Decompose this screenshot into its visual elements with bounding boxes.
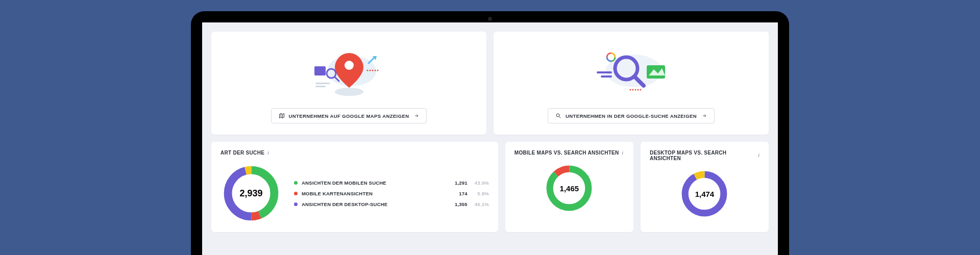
- svg-point-2: [335, 88, 363, 96]
- cta-label: UNTERNEHMEN IN DER GOOGLE-SUCHE ANZEIGEN: [566, 113, 697, 119]
- svg-point-10: [377, 70, 378, 71]
- info-icon[interactable]: i: [622, 150, 624, 156]
- svg-point-21: [632, 89, 633, 91]
- svg-rect-1: [314, 66, 326, 75]
- legend-label: ANSICHTEN DER MOBILEN SUCHE: [302, 180, 443, 186]
- title-text: ART DER SUCHE: [220, 150, 264, 156]
- section-title: DESKTOP MAPS VS. SEARCH ANSICHTEN i: [650, 150, 760, 161]
- donut-chart-mobile: 1,465: [544, 163, 595, 214]
- svg-line-26: [559, 117, 561, 118]
- search-illustration: [505, 43, 757, 99]
- search-icon: [555, 113, 561, 119]
- donut-total: 1,465: [544, 163, 595, 214]
- legend-pct: 46.1%: [468, 201, 489, 207]
- donut-chart-desktop: 1,474: [679, 168, 730, 219]
- svg-rect-19: [601, 75, 612, 78]
- hero-card-maps: UNTERNEHMEN AUF GOOGLE MAPS ANZEIGEN: [211, 32, 486, 135]
- section-title: MOBILE MAPS VS. SEARCH ANSICHTEN i: [514, 150, 624, 156]
- svg-point-24: [640, 89, 641, 91]
- legend-row: ANSICHTEN DER MOBILEN SUCHE 1,291 43.9%: [294, 180, 489, 186]
- legend-value: 1,355: [443, 201, 468, 207]
- donut-row: 2,939 ANSICHTEN DER MOBILEN SUCHE 1,291 …: [220, 163, 489, 224]
- legend-row: ANSICHTEN DER DESKTOP-SUCHE 1,355 46.1%: [294, 201, 489, 207]
- maps-illustration-svg: [303, 43, 395, 99]
- donut-total: 2,939: [220, 163, 282, 224]
- legend-value: 1,291: [443, 180, 468, 186]
- legend-value: 174: [443, 191, 468, 196]
- laptop-frame: UNTERNEHMEN AUF GOOGLE MAPS ANZEIGEN: [191, 11, 789, 255]
- camera-dot: [488, 17, 492, 21]
- legend-pct: 43.9%: [468, 180, 489, 186]
- svg-point-20: [629, 89, 631, 91]
- arrow-right-icon: [414, 113, 419, 118]
- donut-total: 1,474: [679, 168, 730, 219]
- svg-point-22: [634, 89, 636, 91]
- swatch-icon: [294, 192, 298, 195]
- section-title: ART DER SUCHE i: [220, 150, 489, 156]
- svg-point-25: [556, 114, 559, 117]
- svg-point-3: [345, 61, 354, 70]
- svg-point-7: [369, 70, 371, 71]
- legend-label: MOBILE KARTENANSICHTEN: [302, 191, 443, 196]
- legend-pct: 5.9%: [468, 191, 489, 196]
- dashboard-screen: UNTERNEHMEN AUF GOOGLE MAPS ANZEIGEN: [202, 22, 778, 255]
- search-illustration-svg: [580, 43, 682, 99]
- svg-rect-12: [315, 86, 326, 87]
- card-desktop-vs: DESKTOP MAPS VS. SEARCH ANSICHTEN i 1,47…: [641, 142, 769, 232]
- map-icon: [279, 113, 285, 119]
- svg-rect-11: [315, 83, 330, 84]
- legend-label: ANSICHTEN DER DESKTOP-SUCHE: [302, 201, 443, 207]
- cta-label: UNTERNEHMEN AUF GOOGLE MAPS ANZEIGEN: [289, 113, 409, 119]
- svg-rect-18: [597, 71, 612, 73]
- show-on-maps-button[interactable]: UNTERNEHMEN AUF GOOGLE MAPS ANZEIGEN: [271, 108, 427, 123]
- svg-point-6: [366, 70, 368, 71]
- show-on-search-button[interactable]: UNTERNEHMEN IN DER GOOGLE-SUCHE ANZEIGEN: [548, 108, 715, 123]
- title-text: MOBILE MAPS VS. SEARCH ANSICHTEN: [514, 150, 619, 156]
- hero-card-search: UNTERNEHMEN IN DER GOOGLE-SUCHE ANZEIGEN: [494, 32, 769, 135]
- svg-point-8: [372, 70, 373, 71]
- svg-point-23: [637, 89, 639, 91]
- legend-row: MOBILE KARTENANSICHTEN 174 5.9%: [294, 191, 489, 196]
- legend: ANSICHTEN DER MOBILEN SUCHE 1,291 43.9% …: [294, 180, 489, 207]
- maps-illustration: [223, 43, 475, 99]
- card-art-der-suche: ART DER SUCHE i 2,939: [211, 142, 498, 232]
- swatch-icon: [294, 202, 298, 206]
- card-mobile-vs: MOBILE MAPS VS. SEARCH ANSICHTEN i 1,465: [505, 142, 633, 232]
- info-icon[interactable]: i: [758, 153, 760, 158]
- arrow-right-icon: [702, 113, 707, 118]
- donut-chart-total: 2,939: [220, 163, 282, 224]
- hero-row: UNTERNEHMEN AUF GOOGLE MAPS ANZEIGEN: [211, 32, 769, 135]
- title-text: DESKTOP MAPS VS. SEARCH ANSICHTEN: [650, 150, 755, 161]
- charts-row: ART DER SUCHE i 2,939: [211, 142, 769, 232]
- info-icon[interactable]: i: [267, 150, 269, 156]
- svg-point-9: [374, 70, 376, 71]
- swatch-icon: [294, 181, 298, 185]
